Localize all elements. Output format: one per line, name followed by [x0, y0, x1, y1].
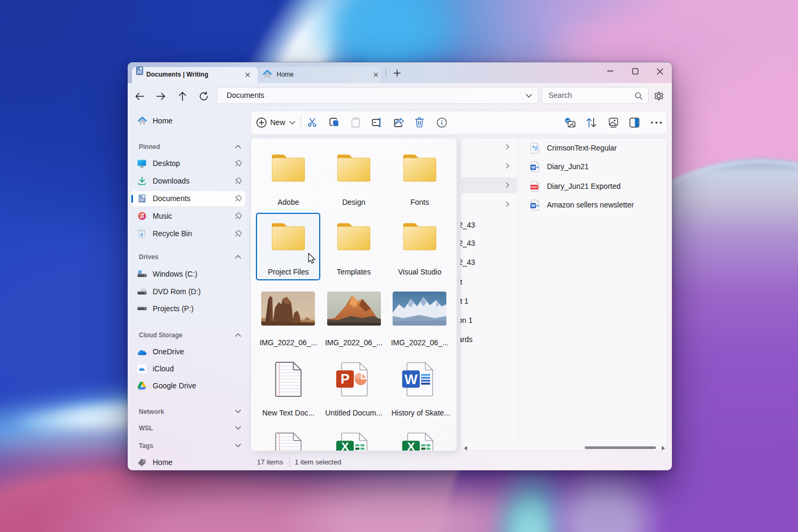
svg-text:PDF: PDF	[531, 185, 538, 189]
svg-text:A: A	[535, 145, 538, 151]
svg-text:P: P	[340, 371, 350, 386]
svg-text:W: W	[404, 371, 418, 387]
svg-text:W: W	[531, 165, 535, 170]
svg-text:W: W	[531, 203, 535, 208]
svg-text:X: X	[341, 440, 349, 451]
svg-text:X: X	[407, 440, 415, 451]
